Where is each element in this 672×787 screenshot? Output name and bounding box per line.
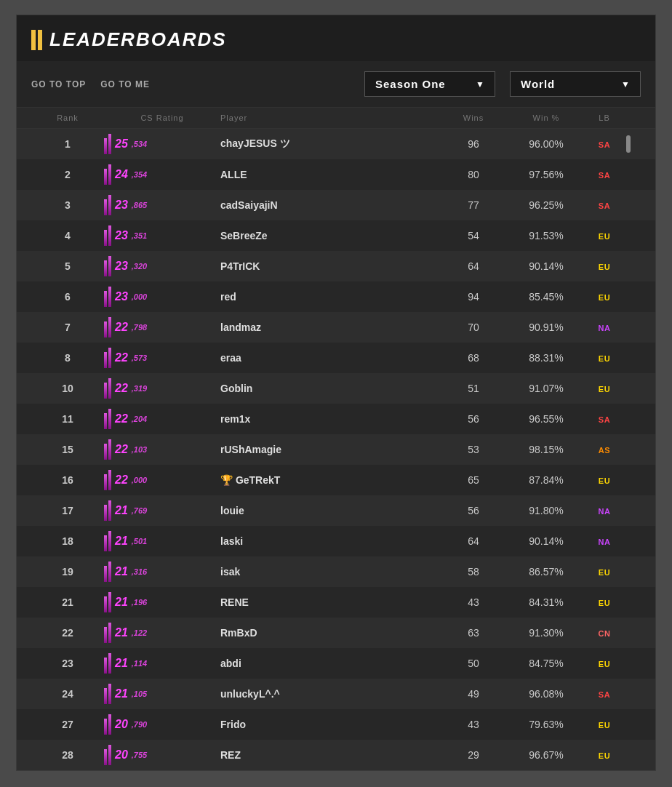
rating-value-big: 23 <box>115 290 128 303</box>
table-row[interactable]: 27 20,790 Frido 43 79.63% EU <box>17 709 655 740</box>
world-dropdown[interactable]: World ▼ <box>510 71 641 97</box>
rating-display: 25,534 <box>104 134 220 154</box>
player-name: ALLE <box>220 169 437 180</box>
header: LEADERBOARDS <box>17 15 655 61</box>
rating-display: 22,798 <box>104 317 220 337</box>
rank-value: 23 <box>31 658 104 669</box>
table-row[interactable]: 11 22,204 rem1x 56 96.55% SA <box>17 404 655 434</box>
rating-bar-short <box>104 138 107 154</box>
region-label: EU <box>596 261 613 273</box>
rating-display: 23,351 <box>104 225 220 246</box>
rating-bars-icon <box>104 500 111 521</box>
player-name: abdi <box>220 658 437 669</box>
rating-bar-short <box>104 413 107 429</box>
table-row[interactable]: 3 23,865 cadSaiyajiN 77 96.25% SA <box>17 190 655 220</box>
table-row[interactable]: 2 24,354 ALLE 80 97.56% SA <box>17 159 655 190</box>
rating-value-big: 24 <box>115 168 128 181</box>
rank-value: 3 <box>31 199 104 211</box>
table-row[interactable]: 1 25,534 chayJESUS ツ 96 96.00% SA <box>17 129 655 159</box>
player-name: P4TrICK <box>220 260 437 272</box>
rating-bars-icon <box>104 439 111 460</box>
wins-value: 63 <box>437 627 510 639</box>
rank-value: 22 <box>31 627 104 639</box>
rating-bar-short <box>104 474 107 490</box>
season-dropdown[interactable]: Season One ▼ <box>364 71 495 97</box>
rating-value-small: ,790 <box>132 720 147 729</box>
rating-bar-short <box>104 505 107 521</box>
region-badge: SA <box>583 168 626 181</box>
rating-bars-icon <box>104 225 111 246</box>
bar-icon-2 <box>38 30 42 50</box>
rating-value-small: ,000 <box>132 476 147 484</box>
rank-value: 27 <box>31 719 104 730</box>
rating-bars-icon <box>104 317 111 337</box>
region-badge: EU <box>583 382 626 395</box>
wins-value: 49 <box>437 688 510 700</box>
rating-bars-icon <box>104 164 111 185</box>
table-row[interactable]: 10 22,319 Goblin 51 91.07% EU <box>17 373 655 404</box>
table-row[interactable]: 21 21,196 RENE 43 84.31% EU <box>17 587 655 618</box>
rating-value-small: ,114 <box>132 659 147 668</box>
rating-bar-short <box>104 627 107 643</box>
rating-display: 22,319 <box>104 378 220 399</box>
rating-bar-tall <box>108 317 111 337</box>
region-badge: SA <box>583 137 626 151</box>
winpct-value: 85.45% <box>510 291 583 303</box>
player-name: RmBxD <box>220 627 437 639</box>
wins-value: 68 <box>437 352 510 364</box>
wins-value: 54 <box>437 230 510 241</box>
rating-bars-icon <box>104 287 111 307</box>
table-row[interactable]: 8 22,573 eraa 68 88.31% EU <box>17 343 655 373</box>
winpct-value: 84.75% <box>510 658 583 669</box>
rating-bars-icon <box>104 256 111 276</box>
rating-bar-tall <box>108 378 111 399</box>
rating-value-big: 21 <box>115 535 128 548</box>
rating-bar-tall <box>108 623 111 643</box>
region-badge: EU <box>583 596 626 609</box>
table-row[interactable]: 5 23,320 P4TrICK 64 90.14% EU <box>17 251 655 281</box>
rating-bar-tall <box>108 653 111 674</box>
scrollbar[interactable] <box>626 135 641 153</box>
table-row[interactable]: 16 22,000 🏆 GeTRekT 65 87.84% EU <box>17 465 655 495</box>
wins-value: 29 <box>437 749 510 761</box>
table-row[interactable]: 7 22,798 landmaz 70 90.91% NA <box>17 312 655 343</box>
table-row[interactable]: 15 22,103 rUShAmagie 53 98.15% AS <box>17 434 655 465</box>
table-row[interactable]: 19 21,316 isak 58 86.57% EU <box>17 556 655 587</box>
rating-bars-icon <box>104 623 111 643</box>
header-decoration <box>31 30 42 50</box>
player-name: REZ <box>220 749 437 761</box>
table-row[interactable]: 17 21,769 louie 56 91.80% NA <box>17 495 655 526</box>
wins-value: 56 <box>437 413 510 425</box>
player-name: unluckyL^.^ <box>220 688 437 700</box>
toolbar: GO TO TOP GO TO ME Season One ▼ World ▼ <box>17 61 655 108</box>
rating-bars-icon <box>104 195 111 215</box>
wins-value: 53 <box>437 444 510 455</box>
player-name: isak <box>220 566 437 578</box>
table-row[interactable]: 22 21,122 RmBxD 63 91.30% CN <box>17 618 655 648</box>
rating-display: 21,501 <box>104 531 220 551</box>
go-to-me-button[interactable]: GO TO ME <box>100 79 150 89</box>
rating-bar-tall <box>108 592 111 612</box>
table-row[interactable]: 18 21,501 laski 64 90.14% NA <box>17 526 655 556</box>
player-name: louie <box>220 505 437 516</box>
rating-value-small: ,196 <box>132 598 147 607</box>
rating-bars-icon <box>104 134 111 154</box>
wins-value: 43 <box>437 596 510 608</box>
rank-value: 4 <box>31 230 104 241</box>
table-row[interactable]: 28 20,755 REZ 29 96.67% EU <box>17 740 655 770</box>
rank-value: 11 <box>31 413 104 425</box>
table-row[interactable]: 4 23,351 SeBreeZe 54 91.53% EU <box>17 220 655 251</box>
rating-display: 22,103 <box>104 439 220 460</box>
season-dropdown-arrow: ▼ <box>476 79 484 89</box>
table-row[interactable]: 6 23,000 red 94 85.45% EU <box>17 281 655 312</box>
table-row[interactable]: 23 21,114 abdi 50 84.75% EU <box>17 648 655 679</box>
rating-bar-tall <box>108 348 111 368</box>
winpct-value: 91.30% <box>510 627 583 639</box>
bar-icon-1 <box>31 30 36 50</box>
table-row[interactable]: 24 21,105 unluckyL^.^ 49 96.08% SA <box>17 679 655 709</box>
go-to-top-button[interactable]: GO TO TOP <box>31 79 86 89</box>
player-name: RENE <box>220 596 437 608</box>
region-badge: EU <box>583 657 626 670</box>
player-name: Frido <box>220 719 437 730</box>
rating-value-big: 22 <box>115 321 128 334</box>
